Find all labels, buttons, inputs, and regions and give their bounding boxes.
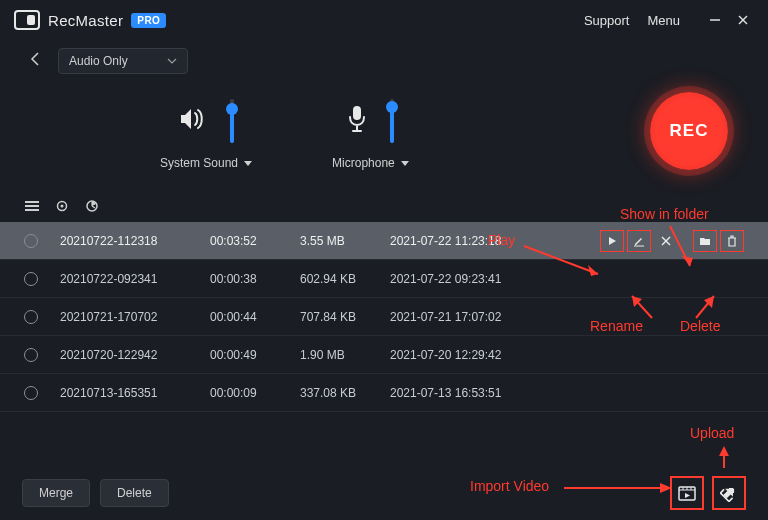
recording-date: 2021-07-21 17:07:02	[390, 310, 550, 324]
schedule-icon[interactable]	[84, 198, 100, 214]
list-view-switcher	[0, 194, 768, 222]
speaker-icon	[178, 106, 208, 136]
import-video-button[interactable]	[670, 476, 704, 510]
recording-name: 20210720-122942	[60, 348, 210, 362]
recording-size: 3.55 MB	[300, 234, 390, 248]
show-folder-action-icon[interactable]	[693, 230, 717, 252]
recording-name: 20210722-112318	[60, 234, 210, 248]
close-button[interactable]	[732, 9, 754, 31]
table-row[interactable]: 20210722-112318 00:03:52 3.55 MB 2021-07…	[0, 222, 768, 260]
recording-name: 20210713-165351	[60, 386, 210, 400]
microphone-control: Microphone	[332, 96, 409, 170]
mic-volume-slider[interactable]	[390, 99, 394, 143]
footer: Merge Delete	[0, 466, 768, 520]
title-bar: RecMaster PRO Support Menu	[0, 0, 768, 40]
recording-size: 602.94 KB	[300, 272, 390, 286]
svg-point-8	[61, 205, 64, 208]
record-button-label: REC	[670, 121, 709, 141]
app-title: RecMaster	[48, 12, 123, 29]
app-logo-icon	[14, 10, 40, 30]
support-link[interactable]: Support	[584, 13, 630, 28]
table-row[interactable]: 20210713-165351 00:00:09 337.08 KB 2021-…	[0, 374, 768, 412]
recording-name: 20210722-092341	[60, 272, 210, 286]
chevron-down-icon	[244, 161, 252, 166]
microphone-dropdown[interactable]: Microphone	[332, 156, 409, 170]
recording-date: 2021-07-22 09:23:41	[390, 272, 550, 286]
system-volume-slider[interactable]	[230, 99, 234, 143]
upload-button[interactable]	[712, 476, 746, 510]
recording-name: 20210721-170702	[60, 310, 210, 324]
row-select-ring[interactable]	[24, 310, 38, 324]
mode-dropdown[interactable]: Audio Only	[58, 48, 188, 74]
svg-rect-3	[353, 106, 361, 120]
minimize-button[interactable]	[704, 9, 726, 31]
microphone-label: Microphone	[332, 156, 395, 170]
recording-date: 2021-07-13 16:53:51	[390, 386, 550, 400]
recording-size: 337.08 KB	[300, 386, 390, 400]
play-action-icon[interactable]	[600, 230, 624, 252]
controls-area: System Sound Microphone REC	[0, 74, 768, 194]
recording-size: 1.90 MB	[300, 348, 390, 362]
table-row[interactable]: 20210720-122942 00:00:49 1.90 MB 2021-07…	[0, 336, 768, 374]
gear-small-icon[interactable]	[54, 198, 70, 214]
system-sound-control: System Sound	[160, 96, 252, 170]
mode-dropdown-label: Audio Only	[69, 54, 128, 68]
mode-row: Audio Only	[0, 40, 768, 74]
chevron-down-icon	[401, 161, 409, 166]
back-button[interactable]	[30, 52, 42, 70]
system-sound-dropdown[interactable]: System Sound	[160, 156, 252, 170]
chevron-down-icon	[167, 57, 177, 65]
table-row[interactable]: 20210722-092341 00:00:38 602.94 KB 2021-…	[0, 260, 768, 298]
delete-button[interactable]: Delete	[100, 479, 169, 507]
recording-date: 2021-07-22 11:23:18	[390, 234, 550, 248]
cut-action-icon[interactable]	[654, 230, 678, 252]
recording-duration: 00:00:49	[210, 348, 300, 362]
delete-action-icon[interactable]	[720, 230, 744, 252]
menu-link[interactable]: Menu	[647, 13, 680, 28]
recording-duration: 00:00:38	[210, 272, 300, 286]
microphone-icon	[346, 104, 368, 138]
rename-action-icon[interactable]	[627, 230, 651, 252]
recording-duration: 00:00:09	[210, 386, 300, 400]
recordings-table: 20210722-112318 00:03:52 3.55 MB 2021-07…	[0, 222, 768, 412]
merge-button[interactable]: Merge	[22, 479, 90, 507]
table-row[interactable]: 20210721-170702 00:00:44 707.84 KB 2021-…	[0, 298, 768, 336]
recording-size: 707.84 KB	[300, 310, 390, 324]
row-select-ring[interactable]	[24, 386, 38, 400]
list-view-icon[interactable]	[24, 198, 40, 214]
row-select-ring[interactable]	[24, 234, 38, 248]
recording-duration: 00:00:44	[210, 310, 300, 324]
pro-badge: PRO	[131, 13, 166, 28]
record-button[interactable]: REC	[650, 92, 728, 170]
recording-date: 2021-07-20 12:29:42	[390, 348, 550, 362]
svg-marker-27	[719, 446, 729, 456]
annotation-upload: Upload	[690, 425, 734, 441]
recording-duration: 00:03:52	[210, 234, 300, 248]
row-select-ring[interactable]	[24, 272, 38, 286]
system-sound-label: System Sound	[160, 156, 238, 170]
row-select-ring[interactable]	[24, 348, 38, 362]
